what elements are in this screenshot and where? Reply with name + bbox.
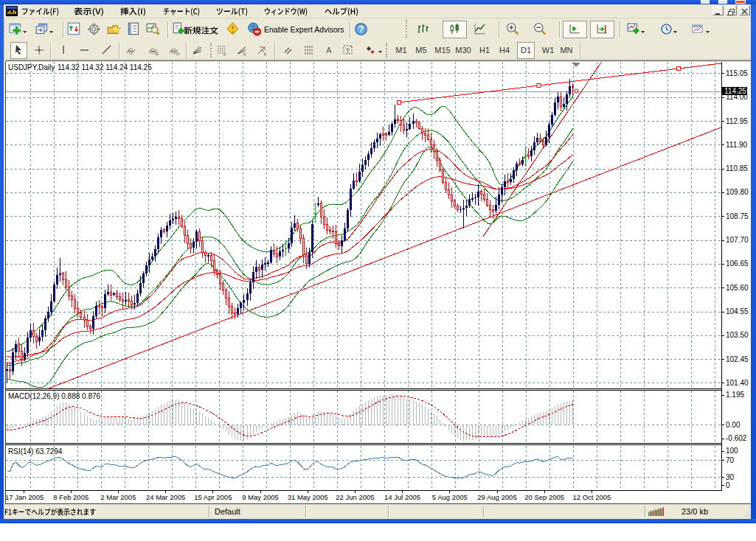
svg-text:29 Aug 2005: 29 Aug 2005 <box>477 493 516 501</box>
svg-text:101.40: 101.40 <box>726 379 749 387</box>
svg-text:100: 100 <box>726 447 738 455</box>
svg-text:106.65: 106.65 <box>726 259 749 268</box>
svg-text:102.45: 102.45 <box>726 355 749 363</box>
svg-text:0: 0 <box>726 481 730 489</box>
svg-text:1.195: 1.195 <box>726 391 744 399</box>
svg-text:109.80: 109.80 <box>726 188 749 196</box>
svg-text:115.05: 115.05 <box>726 69 748 77</box>
svg-text:112.95: 112.95 <box>726 117 748 125</box>
svg-text:70: 70 <box>726 456 735 464</box>
svg-text:108.75: 108.75 <box>726 212 749 220</box>
svg-text:30: 30 <box>726 473 735 481</box>
svg-text:0.00: 0.00 <box>726 421 741 429</box>
svg-text:111.90: 111.90 <box>726 141 748 149</box>
svg-text:110.85: 110.85 <box>726 164 748 172</box>
svg-text:104.55: 104.55 <box>726 307 749 315</box>
svg-text:12 Oct 2005: 12 Oct 2005 <box>573 493 611 501</box>
svg-text:114.25: 114.25 <box>724 87 746 95</box>
svg-text:107.70: 107.70 <box>726 236 749 244</box>
svg-text:-0.602: -0.602 <box>726 434 747 442</box>
svg-text:103.50: 103.50 <box>726 331 749 339</box>
svg-text:20 Sep 2005: 20 Sep 2005 <box>524 493 564 501</box>
svg-text:105.60: 105.60 <box>726 284 749 292</box>
